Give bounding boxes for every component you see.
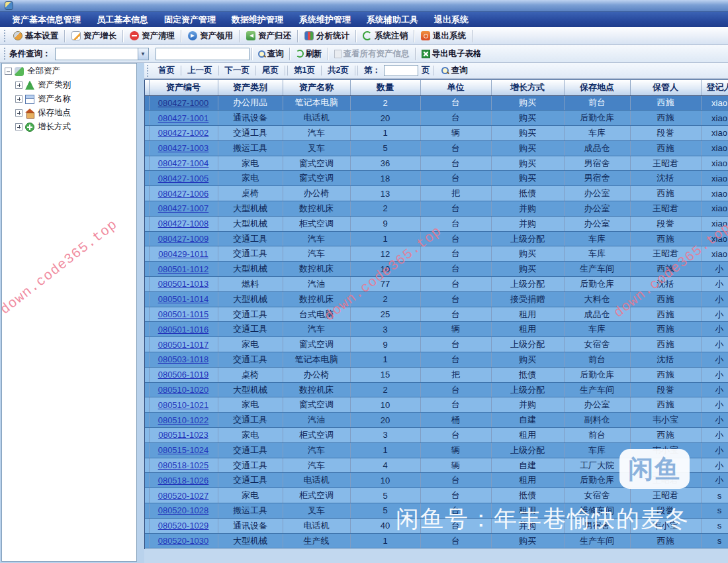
column-header-3[interactable]: 数量 <box>350 80 420 95</box>
table-row[interactable]: 080501-1014大型机械数控机床2台接受捐赠大料仓西施小 <box>145 291 728 307</box>
table-row[interactable]: 080427-1000办公用品笔记本电脑2台购买前台西施xiao <box>145 95 728 111</box>
table-row[interactable]: 080427-1001通讯设备电话机20台购买后勤仓库西施xiao <box>145 111 728 126</box>
tree-root-item[interactable]: 全部资产 <box>2 65 136 77</box>
column-header-0[interactable]: 资产编号 <box>149 80 218 95</box>
asset-id-link[interactable]: 080427-1001 <box>158 113 209 123</box>
toolbar-button-4[interactable]: 资产归还 <box>242 29 295 43</box>
toolbar-button-2[interactable]: 资产清理 <box>126 29 179 43</box>
chevron-down-icon[interactable]: ▼ <box>138 48 148 60</box>
asset-id-link[interactable]: 080427-1005 <box>158 174 209 183</box>
asset-id-link[interactable]: 080520-1029 <box>158 521 209 531</box>
table-row[interactable]: 080518-1025交通工具汽车4辆自建工厂大院沈括小 <box>145 458 728 473</box>
asset-id-link[interactable]: 080506-1019 <box>158 370 209 380</box>
table-row[interactable]: 080510-1022交通工具汽油20桶自建副料仓韦小宝小 <box>145 413 728 428</box>
toolbar-button-5[interactable]: 分析统计 <box>300 29 353 43</box>
asset-id-link[interactable]: 080427-1003 <box>158 143 209 153</box>
table-row[interactable]: 080501-1012大型机械数控机床10台购买生产车间西施小 <box>145 262 728 277</box>
asset-id-link[interactable]: 080510-1021 <box>158 400 209 410</box>
asset-id-link[interactable]: 080515-1024 <box>158 445 209 455</box>
next-page-button[interactable]: 下一页 <box>219 65 256 76</box>
table-row[interactable]: 080510-1020大型机械数控机床2台上级分配生产车间段誉小 <box>145 382 728 397</box>
asset-id-link[interactable]: 080427-1007 <box>158 203 209 213</box>
table-row[interactable]: 080520-1030大型机械生产线1台购买生产车间西施s <box>145 533 728 548</box>
table-row[interactable]: 080501-1015交通工具台式电脑25台租用成品仓西施小 <box>145 307 728 322</box>
menu-item-1[interactable]: 员工基本信息 <box>89 12 156 27</box>
asset-id-link[interactable]: 080520-1027 <box>158 491 209 501</box>
column-header-6[interactable]: 保存地点 <box>564 80 630 95</box>
asset-id-link[interactable]: 080518-1025 <box>158 460 209 470</box>
table-row[interactable]: 080427-1009交通工具汽车1台上级分配车库西施xiao <box>145 231 728 246</box>
expand-icon[interactable] <box>15 81 23 89</box>
refresh-button[interactable]: 刷新 <box>293 48 326 60</box>
table-row[interactable]: 080427-1003搬运工具叉车5台购买成品仓西施xiao <box>145 140 728 156</box>
table-row[interactable]: 080427-1008大型机械柜式空调9台并购办公室段誉xiao <box>145 216 728 231</box>
asset-id-link[interactable]: 080427-1006 <box>158 189 209 199</box>
column-header-4[interactable]: 单位 <box>420 80 491 95</box>
asset-id-link[interactable]: 080501-1017 <box>158 340 209 350</box>
menu-item-3[interactable]: 数据维护管理 <box>224 12 291 27</box>
export-spreadsheet-button[interactable]: 导出电子表格 <box>418 48 485 60</box>
column-header-1[interactable]: 资产类别 <box>218 80 283 95</box>
column-header-2[interactable]: 资产名称 <box>283 80 350 95</box>
tree-item-2[interactable]: 保存地点 <box>2 107 136 119</box>
menu-item-5[interactable]: 系统辅助工具 <box>359 12 426 27</box>
goto-page-input[interactable] <box>384 65 418 76</box>
asset-id-link[interactable]: 080427-1002 <box>158 128 209 138</box>
asset-id-link[interactable]: 080501-1015 <box>158 309 209 319</box>
table-row[interactable]: 080501-1013燃料汽油77台上级分配后勤仓库沈括小 <box>145 277 728 292</box>
column-header-5[interactable]: 增长方式 <box>491 80 564 95</box>
menu-item-2[interactable]: 固定资产管理 <box>156 12 224 27</box>
toolbar-button-0[interactable]: 基本设置 <box>9 29 62 43</box>
expand-icon[interactable] <box>15 95 23 103</box>
table-row[interactable]: 080429-1011交通工具汽车12台购买车库王昭君xiao <box>145 246 728 262</box>
first-page-button[interactable]: 首页 <box>152 65 181 76</box>
toolbar-button-3[interactable]: 资产领用 <box>184 29 237 43</box>
table-row[interactable]: 080520-1027家电柜式空调5台抵债女宿舍王昭君s <box>145 488 728 503</box>
asset-id-link[interactable]: 080510-1020 <box>158 385 209 395</box>
tree-item-3[interactable]: 增长方式 <box>2 121 136 133</box>
asset-id-link[interactable]: 080427-1004 <box>158 158 209 168</box>
goto-search-button[interactable]: 查询 <box>438 65 471 76</box>
last-page-button[interactable]: 尾页 <box>256 65 285 76</box>
table-row[interactable]: 080501-1017家电窗式空调9台上级分配女宿舍西施小 <box>145 337 728 352</box>
toolbar-button-1[interactable]: 资产增长 <box>68 29 120 43</box>
table-row[interactable]: 080427-1005家电窗式空调18台购买男宿舍沈括xiao <box>145 171 728 186</box>
table-row[interactable]: 080427-1006桌椅办公椅13把抵债办公室西施xiao <box>145 186 728 201</box>
table-row[interactable]: 080511-1023家电柜式空调3台租用前台西施小 <box>145 428 728 443</box>
asset-id-link[interactable]: 080501-1012 <box>158 264 209 274</box>
table-row[interactable]: 080427-1004家电窗式空调36台购买男宿舍王昭君xiao <box>145 156 728 171</box>
table-row[interactable]: 080427-1007大型机械数控机床2台并购办公室王昭君xiao <box>145 201 728 217</box>
asset-id-link[interactable]: 080510-1022 <box>158 415 209 425</box>
collapse-icon[interactable] <box>5 68 12 75</box>
asset-id-link[interactable]: 080520-1030 <box>158 536 209 546</box>
table-row[interactable]: 080510-1021家电窗式空调10台并购办公室西施小 <box>145 397 728 413</box>
asset-id-link[interactable]: 080511-1023 <box>158 430 208 440</box>
prev-page-button[interactable]: 上一页 <box>181 65 218 76</box>
menu-item-4[interactable]: 系统维护管理 <box>291 12 359 27</box>
asset-id-link[interactable]: 080427-1008 <box>158 219 209 229</box>
column-header-7[interactable]: 保管人 <box>630 80 701 95</box>
asset-id-link[interactable]: 080520-1028 <box>158 505 209 515</box>
tree-item-1[interactable]: 资产名称 <box>2 93 136 105</box>
asset-id-link[interactable]: 080501-1014 <box>158 294 209 304</box>
toolbar-button-6[interactable]: 系统注销 <box>359 29 412 43</box>
expand-icon[interactable] <box>15 109 23 117</box>
menu-item-6[interactable]: 退出系统 <box>426 12 477 27</box>
asset-id-link[interactable]: 080429-1011 <box>158 249 208 259</box>
table-row[interactable]: 080520-1029通讯设备电话机40台并购男宿舍韦小宝s <box>145 518 728 533</box>
asset-id-link[interactable]: 080427-1000 <box>158 98 209 108</box>
asset-id-link[interactable]: 080501-1016 <box>158 325 209 334</box>
column-header-8[interactable]: 登记人 <box>701 80 728 95</box>
asset-id-link[interactable]: 080518-1026 <box>158 476 209 486</box>
asset-id-link[interactable]: 080427-1009 <box>158 234 209 244</box>
asset-id-link[interactable]: 080501-1013 <box>158 279 209 289</box>
expand-icon[interactable] <box>15 123 23 130</box>
query-search-button[interactable]: 查询 <box>255 48 287 60</box>
table-row[interactable]: 080520-1028搬运工具叉车5台租用维修车间段誉s <box>145 503 728 519</box>
query-value-input[interactable] <box>156 48 250 60</box>
tree-item-0[interactable]: 资产类别 <box>2 79 136 91</box>
table-row[interactable]: 080506-1019桌椅办公椅15把抵债后勤仓库西施小 <box>145 367 728 382</box>
menu-item-0[interactable]: 资产基本信息管理 <box>4 12 89 27</box>
table-row[interactable]: 080518-1026交通工具电话机10台租用后勤仓库王昭君小 <box>145 473 728 488</box>
toolbar-button-7[interactable]: 退出系统 <box>417 29 470 43</box>
